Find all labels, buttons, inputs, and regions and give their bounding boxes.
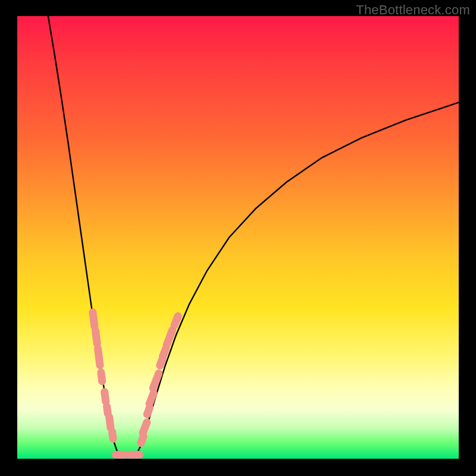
curve-marker [138, 417, 152, 438]
curve-group [48, 16, 459, 457]
curve-marker [93, 345, 104, 370]
curve-layer [17, 16, 459, 459]
curve-marker [170, 311, 183, 330]
curve-marker [148, 368, 164, 393]
curve-left-branch [48, 16, 119, 455]
curve-marker [91, 326, 101, 348]
curve-right-branch [136, 102, 459, 454]
outer-frame: TheBottleneck.com [0, 0, 476, 476]
watermark-text: TheBottleneck.com [356, 2, 470, 18]
curve-marker [108, 427, 117, 443]
plot-area [17, 16, 459, 459]
marker-group [89, 308, 183, 459]
curve-marker [126, 451, 143, 459]
curve-marker [97, 368, 107, 386]
